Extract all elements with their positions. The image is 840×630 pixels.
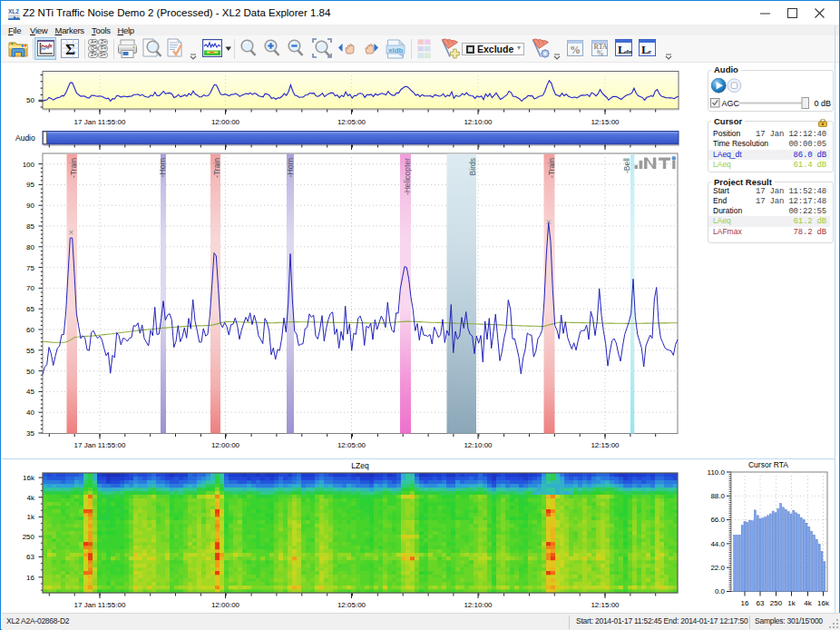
svg-text:60: 60 — [26, 326, 34, 334]
svg-text:12:00:00: 12:00:00 — [211, 601, 240, 609]
svg-text:63: 63 — [26, 553, 34, 561]
svg-text:-Train: -Train — [69, 158, 78, 178]
svg-text:-Train: -Train — [547, 158, 556, 178]
svg-text:12:05:00: 12:05:00 — [337, 601, 366, 609]
svg-text:12:10:00: 12:10:00 — [464, 601, 493, 609]
svg-text:12:05:00: 12:05:00 — [337, 441, 366, 449]
svg-text:0.0: 0.0 — [715, 587, 726, 596]
svg-text:12:05:00: 12:05:00 — [337, 118, 366, 126]
svg-text:16: 16 — [26, 574, 34, 582]
svg-text:-Horn: -Horn — [158, 158, 167, 178]
svg-text:17 Jan 11:55:00: 17 Jan 11:55:00 — [74, 601, 126, 609]
svg-text:Audio: Audio — [15, 133, 35, 143]
svg-text:90: 90 — [26, 202, 34, 210]
svg-text:50: 50 — [26, 368, 34, 376]
svg-text:1k: 1k — [27, 513, 35, 521]
svg-text:55: 55 — [26, 347, 34, 355]
svg-text:44.0: 44.0 — [710, 540, 725, 548]
svg-text:12:00:00: 12:00:00 — [211, 441, 240, 449]
svg-text:63: 63 — [757, 599, 765, 607]
svg-text:100: 100 — [23, 161, 35, 169]
svg-text:Birds: Birds — [468, 158, 477, 175]
svg-text:4k: 4k — [27, 494, 35, 502]
svg-text:110.0: 110.0 — [708, 468, 726, 477]
svg-text:12:15:00: 12:15:00 — [591, 601, 620, 609]
svg-text:50: 50 — [26, 96, 34, 104]
svg-text:16k: 16k — [817, 599, 830, 607]
svg-text:65: 65 — [26, 305, 34, 313]
svg-text:12:15:00: 12:15:00 — [591, 441, 620, 449]
svg-text:12:15:00: 12:15:00 — [591, 118, 620, 126]
svg-text:250: 250 — [770, 599, 783, 607]
svg-text:250: 250 — [23, 533, 35, 541]
svg-text:17 Jan 11:55:00: 17 Jan 11:55:00 — [74, 118, 126, 126]
svg-text:95: 95 — [26, 181, 34, 189]
svg-text:1k: 1k — [787, 599, 796, 607]
svg-text:-Horn: -Horn — [286, 158, 295, 178]
svg-text:16k: 16k — [23, 474, 35, 482]
svg-text:LZeq: LZeq — [351, 461, 369, 470]
svg-text:22.0: 22.0 — [710, 564, 725, 572]
svg-text:12:10:00: 12:10:00 — [464, 118, 493, 126]
svg-text:12:10:00: 12:10:00 — [464, 441, 493, 449]
svg-text:-Train: -Train — [212, 158, 221, 178]
svg-text:4k: 4k — [804, 599, 812, 607]
svg-text:16: 16 — [741, 599, 749, 607]
svg-text:Cursor RTA: Cursor RTA — [748, 460, 788, 469]
svg-text:88.0: 88.0 — [710, 492, 725, 500]
svg-text:45: 45 — [26, 388, 34, 396]
svg-text:70: 70 — [26, 284, 34, 292]
svg-text:66.0: 66.0 — [710, 516, 725, 524]
svg-text:75: 75 — [26, 264, 34, 272]
svg-text:40: 40 — [26, 409, 34, 417]
svg-text:35: 35 — [26, 429, 34, 438]
svg-text:-Helicopter: -Helicopter — [403, 158, 412, 195]
svg-text:12:00:00: 12:00:00 — [211, 118, 240, 126]
svg-text:85: 85 — [26, 222, 34, 231]
svg-text:17 Jan 11:55:00: 17 Jan 11:55:00 — [74, 441, 126, 449]
svg-text:-Bell: -Bell — [622, 158, 631, 173]
svg-text:80: 80 — [26, 243, 34, 251]
